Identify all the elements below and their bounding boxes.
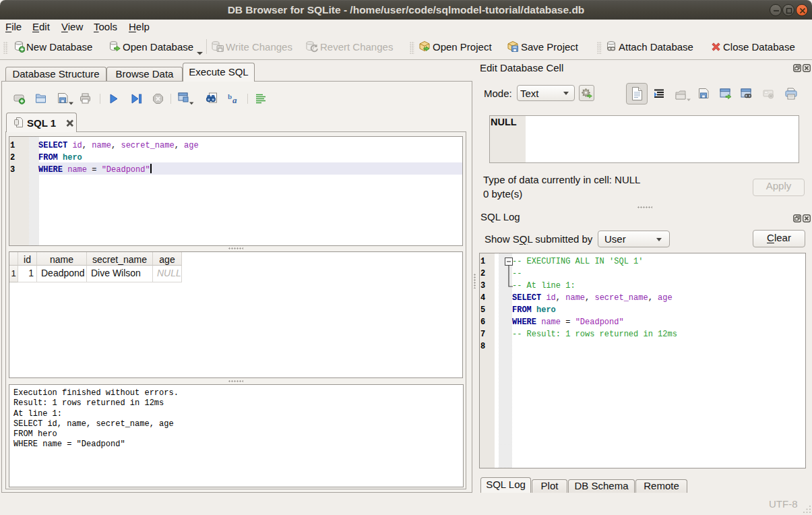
svg-text:a: a [232,95,237,105]
svg-text:b: b [228,92,232,100]
